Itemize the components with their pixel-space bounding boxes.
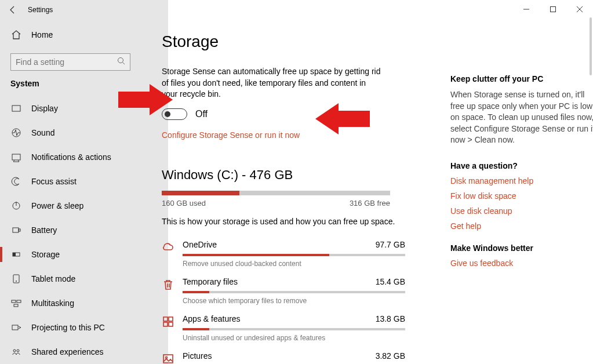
svg-rect-14 [13, 253, 16, 256]
apps-icon [162, 315, 174, 328]
help-link[interactable]: Disk management help [450, 176, 593, 185]
sidebar-item-multitasking[interactable]: Multitasking [0, 291, 141, 315]
svg-rect-17 [12, 300, 16, 303]
sidebar-home[interactable]: Home [0, 24, 141, 45]
sidebar-item-icon [10, 249, 22, 260]
svg-rect-24 [169, 317, 173, 321]
svg-point-16 [16, 281, 17, 282]
drive-used-label: 160 GB used [162, 199, 206, 208]
toggle-state-label: Off [195, 109, 208, 119]
clutter-body: When Storage sense is turned on, it'll f… [450, 89, 593, 146]
sidebar-home-label: Home [31, 30, 53, 39]
annotation-arrow-toggle [118, 84, 173, 115]
category-bar [183, 328, 405, 330]
category-size: 3.82 GB [376, 351, 405, 361]
sidebar-item-projecting-to-this-pc[interactable]: Projecting to this PC [0, 315, 141, 340]
sidebar-item-label: Shared experiences [31, 347, 104, 356]
sidebar-item-label: Notifications & actions [31, 152, 111, 162]
sidebar-item-icon [10, 297, 22, 309]
search-box[interactable] [10, 53, 130, 71]
trash-icon [162, 278, 174, 291]
maximize-button[interactable] [540, 0, 566, 19]
sidebar-item-notifications-actions[interactable]: Notifications & actions [0, 145, 141, 169]
svg-rect-26 [169, 322, 173, 326]
drive-free-label: 316 GB free [350, 199, 390, 208]
sidebar-item-label: Focus assist [31, 177, 77, 186]
sidebar-item-power-sleep[interactable]: Power & sleep [0, 194, 141, 218]
clutter-title: Keep clutter off your PC [450, 74, 593, 83]
sidebar-item-tablet-mode[interactable]: Tablet mode [0, 267, 141, 291]
sidebar-item-label: Display [31, 104, 58, 113]
home-icon [10, 29, 22, 41]
sidebar-item-battery[interactable]: Battery [0, 218, 141, 242]
sidebar-item-icon [10, 224, 22, 236]
window-controls [513, 0, 593, 19]
category-size: 97.7 GB [376, 240, 405, 249]
cloud-icon [162, 241, 174, 254]
sidebar-item-icon [10, 103, 22, 114]
svg-point-22 [17, 350, 19, 352]
main-content: Storage Storage Sense can automatically … [162, 32, 405, 364]
close-button[interactable] [566, 0, 593, 19]
aside-panel: Keep clutter off your PC When Storage se… [450, 32, 593, 364]
svg-rect-18 [17, 300, 21, 303]
category-sub: Choose which temporary files to remove [183, 297, 405, 305]
category-bar [183, 254, 405, 256]
storage-category-temporary-files[interactable]: Temporary files15.4 GBChoose which tempo… [162, 268, 405, 305]
drive-usage-bar [162, 191, 390, 195]
category-bar [183, 291, 405, 293]
svg-marker-31 [315, 103, 370, 134]
svg-rect-6 [12, 105, 20, 111]
sidebar-item-label: Multitasking [31, 299, 74, 308]
sidebar-item-icon [10, 322, 22, 333]
sidebar-item-shared-experiences[interactable]: Shared experiences [0, 340, 141, 364]
sidebar-item-sound[interactable]: Sound [0, 121, 141, 145]
window-title: Settings [26, 6, 53, 14]
sidebar-item-storage[interactable]: Storage [0, 242, 141, 267]
svg-marker-30 [118, 84, 173, 115]
feedback-link[interactable]: Give us feedback [450, 259, 593, 268]
better-title: Make Windows better [450, 243, 593, 253]
scrollbar[interactable] [590, 17, 592, 75]
sidebar-item-label: Sound [31, 128, 54, 137]
storage-category-onedrive[interactable]: OneDrive97.7 GBRemove unused cloud-backe… [162, 231, 405, 268]
help-link[interactable]: Get help [450, 221, 593, 231]
sidebar-item-icon [10, 200, 22, 212]
back-button[interactable] [0, 0, 26, 20]
sidebar-item-icon [10, 176, 22, 187]
sidebar-item-label: Power & sleep [31, 201, 83, 210]
svg-rect-27 [163, 355, 173, 363]
picture-icon [162, 352, 174, 364]
sidebar-item-label: Battery [31, 225, 57, 235]
sidebar-item-label: Storage [31, 250, 60, 259]
drive-note: This is how your storage is used and how… [162, 217, 405, 226]
sidebar-item-label: Tablet mode [31, 274, 75, 283]
svg-rect-25 [163, 322, 168, 326]
svg-rect-20 [12, 325, 18, 330]
svg-line-5 [123, 63, 125, 65]
titlebar: Settings [0, 0, 593, 20]
category-sub: Remove unused cloud-backed content [183, 260, 405, 268]
category-sub: Uninstall unused or undesired apps & fea… [183, 334, 405, 342]
search-icon [117, 57, 125, 67]
category-name: Apps & features [183, 314, 241, 323]
svg-rect-23 [163, 317, 168, 321]
svg-point-4 [118, 58, 123, 63]
search-input[interactable] [16, 57, 117, 67]
sidebar-item-icon [10, 273, 22, 285]
help-link[interactable]: Use disk cleanup [450, 206, 593, 216]
svg-rect-19 [14, 304, 18, 307]
sidebar-item-label: Projecting to this PC [31, 323, 105, 332]
sidebar-item-focus-assist[interactable]: Focus assist [0, 169, 141, 194]
page-title: Storage [162, 32, 405, 51]
storage-sense-description: Storage Sense can automatically free up … [162, 66, 382, 100]
storage-category-pictures[interactable]: Pictures3.82 GBManage the Pictures folde… [162, 342, 405, 364]
category-size: 15.4 GB [376, 277, 405, 286]
storage-category-apps-features[interactable]: Apps & features13.8 GBUninstall unused o… [162, 305, 405, 342]
help-link[interactable]: Fix low disk space [450, 191, 593, 201]
sidebar-item-icon [10, 346, 22, 358]
minimize-button[interactable] [513, 0, 540, 19]
category-size: 13.8 GB [376, 314, 405, 323]
sidebar-item-icon [10, 127, 22, 139]
svg-rect-8 [12, 154, 20, 160]
